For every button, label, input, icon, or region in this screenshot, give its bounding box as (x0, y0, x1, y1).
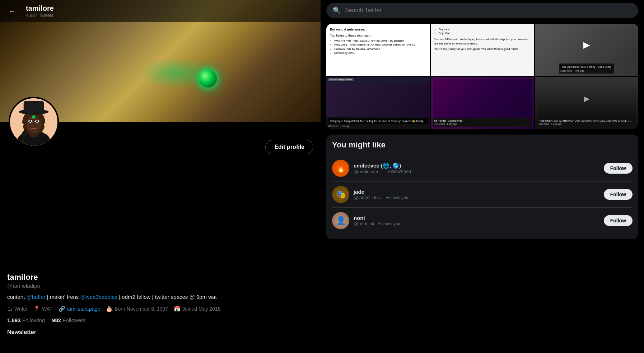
followers-count: 982 (52, 317, 61, 323)
header-info: tamilore 4,987 Tweets (26, 4, 54, 18)
meta-joined: 📅 Joined May 2016 (174, 306, 221, 312)
edit-profile-button[interactable]: Edit profile (265, 140, 313, 154)
follow-button-emileevee[interactable]: Follow (604, 163, 633, 174)
you-might-like-title: You might like (332, 140, 633, 150)
svg-rect-5 (24, 101, 44, 113)
suggestion-handle-noni: @noni_ski (354, 221, 375, 226)
video-thumb-6[interactable]: ▶ "THE GREATEST AUTHOR OF OUR GENERATION… (535, 77, 638, 129)
video-thumb-2[interactable]: Beyoncé Doja Cat You are 24% basic. You'… (431, 24, 534, 76)
suggestion-name-noni: noni (354, 215, 599, 221)
link-icon: 🔗 (59, 306, 65, 312)
video-grid: But wait, it gets worse: You listen to t… (326, 24, 638, 129)
followers-stat[interactable]: 982 Followers (52, 317, 85, 323)
video-thumb-4[interactable]: Includes paid promotion Category is: Str… (326, 77, 430, 129)
search-input[interactable] (345, 7, 632, 14)
meta-birthday-label: Born November 8, 1997 (115, 306, 168, 312)
top-bar: ← tamilore 4,987 Tweets (0, 0, 321, 22)
suggestion-info-noni: noni @noni_ski Follows you (354, 215, 599, 226)
svg-point-15 (44, 123, 47, 126)
suggestion-info-emileevee: emileevee (🌐, 🌎) @emileevee_... Follows … (354, 163, 599, 174)
right-panel: 🔍 But wait, it gets worse: You listen to… (321, 0, 644, 353)
website-link[interactable]: tami.start.page (67, 306, 101, 312)
suggestion-item-noni: 👤 noni @noni_ski Follows you Follow (332, 207, 633, 234)
follow-button-noni[interactable]: Follow (604, 215, 633, 226)
meta-job-label: Writer (14, 306, 28, 312)
header-name: tamilore (26, 4, 54, 13)
meta-website[interactable]: 🔗 tami.start.page (59, 306, 101, 312)
calendar-icon: 📅 (174, 306, 181, 312)
birthday-icon: 🎂 (106, 306, 113, 312)
meta-location-label: WAT (42, 306, 53, 312)
search-icon: 🔍 (333, 6, 341, 14)
video-thumb-5[interactable]: he Hunger | ContraPoints 11K views · 1 d… (431, 77, 534, 129)
suggestion-info-jade: jade @jaded_dev... Follows you (354, 189, 599, 200)
suggestion-item-jade: 🎭 jade @jaded_dev... Follows you Follow (332, 181, 633, 207)
follow-button-jade[interactable]: Follow (604, 189, 633, 200)
svg-point-17 (43, 131, 47, 134)
suggestion-handle-jade: @jaded_dev... (354, 195, 383, 200)
newsletter-section-label: Newsletter (7, 329, 313, 335)
svg-point-12 (21, 123, 24, 126)
profile-stats: 1,893 Following 982 Followers (7, 317, 313, 323)
suggestion-follows-emileevee: Follows you (388, 169, 411, 174)
banner-orb (199, 70, 217, 88)
web3baddies-link[interactable]: @web3baddies (80, 294, 118, 300)
back-icon: ← (9, 7, 16, 15)
header-tweets-count: 4,987 Tweets (26, 13, 54, 18)
meta-job: 🗂 Writer (7, 306, 28, 312)
suggestion-follows-noni: Follows you (378, 221, 400, 226)
svg-point-7 (32, 115, 35, 118)
suggestion-avatar-noni: 👤 (332, 212, 349, 229)
briefcase-icon: 🗂 (7, 306, 13, 312)
profile-meta: 🗂 Writer 📍 WAT 🔗 tami.start.page 🎂 Born … (7, 306, 313, 312)
suggestion-name-emileevee: emileevee (🌐, 🌎) (354, 163, 599, 169)
location-icon: 📍 (33, 306, 40, 312)
following-count: 1,893 (7, 317, 21, 323)
suggestion-avatar-jade: 🎭 (332, 186, 349, 203)
avatar-emoji-2: 🎭 (332, 186, 349, 203)
left-panel: ← tamilore 4,987 Tweets (0, 0, 321, 353)
profile-name: tamilore (7, 273, 313, 282)
back-button[interactable]: ← (6, 5, 19, 18)
search-bar[interactable]: 🔍 (326, 3, 638, 18)
meta-location: 📍 WAT (33, 306, 53, 312)
avatar-emoji-1: 🔥 (332, 160, 349, 177)
suggestion-handle-emileevee: @emileevee_... (354, 169, 386, 174)
profile-handle: @tamioladipo (7, 283, 313, 289)
meta-birthday: 🎂 Born November 8, 1997 (106, 306, 168, 312)
video-thumb-1[interactable]: But wait, it gets worse: You listen to t… (326, 24, 430, 76)
video-thumb-3[interactable]: ▶ The Dialectics of Rick & Morty - Video… (535, 24, 638, 76)
profile-avatar (9, 97, 59, 147)
suggestion-name-jade: jade (354, 189, 599, 195)
following-stat[interactable]: 1,893 Following (7, 317, 45, 323)
suggestion-item-emileevee: 🔥 emileevee (🌐, 🌎) @emileevee_... Follow… (332, 155, 633, 181)
meta-joined-label: Joined May 2016 (182, 306, 221, 312)
suggestion-avatar-emileevee: 🔥 (332, 160, 349, 177)
profile-bio: content @buffer | makin' frens @web3badd… (7, 293, 313, 301)
avatar-emoji-3: 👤 (332, 212, 349, 229)
buffer-link[interactable]: @buffer (26, 294, 45, 300)
you-might-like-section: You might like 🔥 emileevee (🌐, 🌎) @emile… (326, 135, 638, 239)
svg-point-10 (29, 120, 32, 122)
profile-info: tamilore @tamioladipo content @buffer | … (0, 273, 321, 343)
suggestion-follows-jade: Follows you (386, 195, 408, 200)
svg-point-11 (36, 120, 38, 122)
